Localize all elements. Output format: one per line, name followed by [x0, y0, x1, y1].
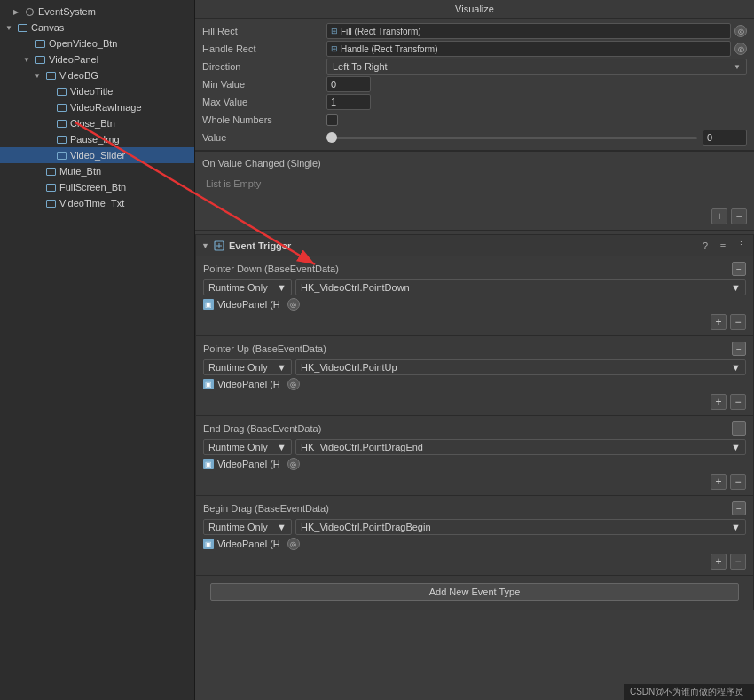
add-event-type-btn[interactable]: Add New Event Type [210, 583, 739, 601]
pointer-up-func-dropdown[interactable]: HK_VideoCtrl.PointUp ▼ [295, 359, 746, 375]
pointer-down-object-select[interactable]: ◎ [287, 298, 300, 311]
begin-drag-object-label: VideoPanel (H [217, 539, 280, 549]
tree-arrow-videopanel: ▼ [21, 54, 32, 65]
event-entry-end-drag-remove[interactable]: − [732, 421, 746, 436]
whole-numbers-label: Whole Numbers [202, 114, 326, 125]
end-drag-remove-btn[interactable]: − [730, 474, 746, 490]
pointer-up-controls: Runtime Only ▼ HK_VideoCtrl.PointUp ▼ [203, 359, 746, 375]
tree-icon-closebtn [55, 117, 67, 130]
event-trigger-arrow: ▼ [201, 241, 209, 250]
value-slider-track[interactable] [326, 137, 697, 139]
tree-item-closebtn[interactable]: ▶ Close_Btn [0, 115, 194, 131]
tree-arrow-eventsystem: ▶ [11, 6, 21, 17]
fill-rect-field[interactable]: ⊞ Fill (Rect Transform) [326, 23, 731, 39]
end-drag-add-btn[interactable]: + [711, 474, 727, 490]
value-container [326, 130, 747, 146]
tree-item-fullscreenbtn[interactable]: ▶ FullScreen_Btn [0, 179, 194, 195]
tree-item-videotitle[interactable]: ▶ VideoTitle [0, 83, 194, 99]
tree-icon-videotimetxt [44, 197, 57, 209]
pointer-up-object-select[interactable]: ◎ [287, 378, 300, 390]
max-value-input[interactable] [326, 94, 371, 110]
handle-rect-text: Handle (Rect Transform) [341, 44, 437, 54]
event-entry-pointer-down-header: Pointer Down (BaseEventData) − [203, 262, 746, 276]
tree-label-mutebtn: Mute_Btn [59, 166, 101, 177]
tree-item-eventsystem[interactable]: ▶ EventSystem [0, 4, 194, 20]
tree-item-videoslider[interactable]: ▶ Video_Slider [0, 147, 194, 163]
tree-icon-fullscreenbtn [44, 181, 57, 193]
begin-drag-footer: + − [203, 550, 746, 570]
pointer-down-footer: + − [203, 311, 746, 330]
end-drag-controls: Runtime Only ▼ HK_VideoCtrl.PointDragEnd… [203, 439, 746, 455]
min-value-row: Min Value [195, 75, 754, 93]
begin-drag-object-select[interactable]: ◎ [287, 538, 300, 550]
tree-icon-canvas [16, 21, 28, 34]
whole-numbers-checkbox[interactable] [326, 114, 338, 126]
tree-item-pauseimg[interactable]: ▶ Pause_Img [0, 131, 194, 147]
tree-icon-videopanel [34, 53, 46, 66]
begin-drag-remove-btn[interactable]: − [730, 554, 746, 570]
event-entry-begin-drag: Begin Drag (BaseEventData) − Runtime Onl… [196, 496, 753, 576]
tree-icon-pauseimg [55, 133, 67, 146]
tree-item-canvas[interactable]: ▼ Canvas [0, 20, 194, 35]
tree-icon-mutebtn [44, 165, 57, 177]
event-trigger-help-btn[interactable]: ? [698, 239, 712, 253]
begin-drag-func-arrow: ▼ [731, 522, 741, 532]
event-trigger-title: Event Trigger [229, 240, 698, 251]
pointer-down-remove-btn[interactable]: − [730, 314, 746, 330]
event-entry-begin-drag-header: Begin Drag (BaseEventData) − [203, 501, 746, 515]
begin-drag-func-dropdown[interactable]: HK_VideoCtrl.PointDragBegin ▼ [295, 519, 746, 535]
tree-item-mutebtn[interactable]: ▶ Mute_Btn [0, 163, 194, 179]
pointer-down-object-row: ▣ VideoPanel (H ◎ [203, 298, 746, 311]
end-drag-func-arrow: ▼ [731, 442, 741, 452]
pointer-up-remove-btn[interactable]: − [730, 394, 746, 410]
pointer-up-add-btn[interactable]: + [711, 394, 727, 410]
min-value-label: Min Value [202, 79, 326, 90]
begin-drag-add-btn[interactable]: + [711, 554, 727, 570]
event-entry-begin-drag-remove[interactable]: − [732, 501, 746, 515]
end-drag-runtime-arrow: ▼ [277, 442, 287, 452]
tree-label-openvideo: OpenVideo_Btn [49, 38, 117, 49]
pointer-down-runtime-dropdown[interactable]: Runtime Only ▼ [203, 279, 292, 295]
event-entry-pointer-up-remove[interactable]: − [732, 342, 746, 356]
tree-icon-eventsystem [23, 5, 35, 18]
end-drag-runtime-dropdown[interactable]: Runtime Only ▼ [203, 439, 292, 455]
pointer-down-func-arrow: ▼ [731, 282, 741, 293]
on-value-changed-header: On Value Changed (Single) [202, 155, 747, 171]
end-drag-func-text: HK_VideoCtrl.PointDragEnd [301, 442, 423, 452]
pointer-down-func-text: HK_VideoCtrl.PointDown [301, 282, 410, 293]
fill-rect-text: Fill (Rect Transform) [341, 27, 421, 36]
begin-drag-controls: Runtime Only ▼ HK_VideoCtrl.PointDragBeg… [203, 519, 746, 535]
tree-icon-videobg [44, 69, 57, 82]
end-drag-object-select[interactable]: ◎ [287, 458, 300, 470]
handle-rect-select-btn[interactable]: ◎ [734, 43, 747, 55]
tree-item-videobg[interactable]: ▼ VideoBG [0, 67, 194, 83]
direction-dropdown[interactable]: Left To Right ▼ [326, 59, 747, 75]
value-slider-thumb[interactable] [326, 132, 337, 143]
direction-value-container: Left To Right ▼ [326, 59, 747, 75]
event-entry-pointer-down: Pointer Down (BaseEventData) − Runtime O… [196, 256, 753, 336]
max-value-label: Max Value [202, 97, 326, 107]
event-entry-pointer-down-remove[interactable]: − [732, 262, 746, 276]
tree-item-videopanel[interactable]: ▼ VideoPanel [0, 51, 194, 67]
tree-arrow-canvas: ▼ [4, 22, 14, 33]
hierarchy-panel: ▶ EventSystem ▼ Canvas ▶ OpenVideo_Btn ▼… [0, 0, 195, 700]
pointer-up-runtime-dropdown[interactable]: Runtime Only ▼ [203, 359, 292, 375]
event-trigger-settings-btn[interactable]: ≡ [716, 239, 730, 253]
event-trigger-more-btn[interactable]: ⋮ [734, 239, 748, 253]
min-value-input[interactable] [326, 76, 371, 92]
tree-item-videorawimage[interactable]: ▶ VideoRawImage [0, 99, 194, 115]
fill-rect-select-btn[interactable]: ◎ [734, 25, 747, 37]
value-number-input[interactable] [703, 130, 747, 146]
on-value-changed-add-btn[interactable]: + [711, 208, 727, 224]
tree-label-videopanel: VideoPanel [49, 54, 98, 65]
end-drag-func-dropdown[interactable]: HK_VideoCtrl.PointDragEnd ▼ [295, 439, 746, 455]
value-slider-row [326, 130, 747, 146]
begin-drag-runtime-dropdown[interactable]: Runtime Only ▼ [203, 519, 292, 535]
on-value-changed-remove-btn[interactable]: − [731, 208, 747, 224]
pointer-down-func-dropdown[interactable]: HK_VideoCtrl.PointDown ▼ [295, 279, 746, 295]
tree-item-openvideo[interactable]: ▶ OpenVideo_Btn [0, 35, 194, 51]
pointer-down-add-btn[interactable]: + [711, 314, 727, 330]
tree-item-videotimetxt[interactable]: ▶ VideoTime_Txt [0, 195, 194, 211]
inspector-panel: Visualize Fill Rect ⊞ Fill (Rect Transfo… [195, 0, 754, 700]
handle-rect-field[interactable]: ⊞ Handle (Rect Transform) [326, 41, 731, 57]
